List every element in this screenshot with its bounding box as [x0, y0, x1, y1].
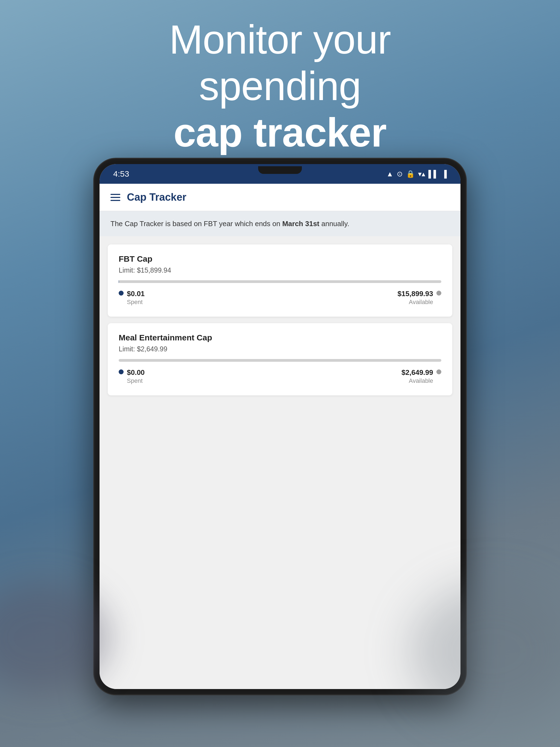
info-banner: The Cap Tracker is based on FBT year whi… [100, 211, 460, 236]
meal-available-amount: $2,649.99 [401, 368, 433, 377]
fbt-available-dot [436, 291, 441, 295]
fbt-labels-row: $0.01 Spent $15,899.93 Available [119, 289, 441, 306]
fbt-available-info: $15,899.93 Available [398, 289, 433, 306]
meal-spent-info: $0.00 Spent [127, 368, 145, 384]
meal-available-dot [436, 369, 441, 374]
meal-cap-card: Meal Entertainment Cap Limit: $2,649.99 … [108, 323, 452, 395]
hamburger-menu-button[interactable] [110, 194, 120, 201]
hero-line3-bold: cap tracker [174, 110, 387, 155]
fbt-spent-label: $0.01 Spent [119, 289, 145, 306]
meal-available-label: $2,649.99 Available [401, 368, 441, 384]
app-bar: Cap Tracker [100, 184, 460, 211]
bottom-empty-area [108, 402, 452, 681]
fbt-available-text: Available [398, 299, 433, 306]
meal-available-info: $2,649.99 Available [401, 368, 433, 384]
meal-available-text: Available [401, 377, 433, 384]
meal-cap-title: Meal Entertainment Cap [119, 333, 441, 342]
bg-blur-left [0, 583, 109, 692]
lock-icon: 🔒 [406, 170, 415, 178]
phone-screen: 4:53 ▲ ⊙ 🔒 ▾▴ ▌▌ ▐ Cap Tracker [100, 164, 460, 689]
signal-icon: ▌▌ [429, 170, 439, 178]
hero-line2: spending [0, 63, 560, 109]
phone-notch [258, 166, 302, 174]
fbt-progress-bar-container [119, 280, 441, 283]
phone-container: 4:53 ▲ ⊙ 🔒 ▾▴ ▌▌ ▐ Cap Tracker [94, 159, 466, 695]
meal-spent-amount: $0.00 [127, 368, 145, 377]
app-bar-title: Cap Tracker [127, 191, 186, 203]
fbt-spent-dot [119, 291, 124, 295]
info-date: March 31st [282, 220, 320, 228]
info-text-before: The Cap Tracker is based on FBT year whi… [110, 220, 282, 228]
hamburger-line-1 [110, 194, 120, 195]
fbt-progress-bar-fill [119, 280, 119, 283]
fbt-spent-text: Spent [127, 299, 145, 306]
fbt-available-amount: $15,899.93 [398, 289, 433, 298]
meal-progress-bar-container [119, 359, 441, 362]
alarm-icon: ⊙ [397, 170, 403, 178]
status-time: 4:53 [113, 169, 129, 179]
notification-icon: ▲ [386, 170, 393, 178]
status-icons: ▲ ⊙ 🔒 ▾▴ ▌▌ ▐ [386, 170, 447, 178]
fbt-cap-title: FBT Cap [119, 254, 441, 264]
wifi-icon: ▾▴ [418, 170, 425, 178]
fbt-cap-limit: Limit: $15,899.94 [119, 266, 441, 274]
fbt-cap-card: FBT Cap Limit: $15,899.94 $0.01 Spent [108, 244, 452, 317]
fbt-available-label: $15,899.93 Available [398, 289, 441, 306]
hero-section: Monitor your spending cap tracker [0, 17, 560, 156]
fbt-spent-amount: $0.01 [127, 289, 145, 298]
scroll-content: FBT Cap Limit: $15,899.94 $0.01 Spent [100, 236, 460, 689]
fbt-spent-info: $0.01 Spent [127, 289, 145, 306]
hero-line3: cap tracker [0, 109, 560, 156]
battery-icon: ▐ [442, 170, 447, 178]
hamburger-line-3 [110, 200, 120, 201]
hero-line1: Monitor your [0, 17, 560, 63]
phone-frame: 4:53 ▲ ⊙ 🔒 ▾▴ ▌▌ ▐ Cap Tracker [94, 159, 466, 695]
hamburger-line-2 [110, 197, 120, 198]
meal-cap-limit: Limit: $2,649.99 [119, 345, 441, 353]
meal-spent-dot [119, 369, 124, 374]
meal-spent-text: Spent [127, 377, 145, 384]
meal-spent-label: $0.00 Spent [119, 368, 145, 384]
meal-labels-row: $0.00 Spent $2,649.99 Available [119, 368, 441, 384]
info-text-after: annually. [320, 220, 349, 228]
